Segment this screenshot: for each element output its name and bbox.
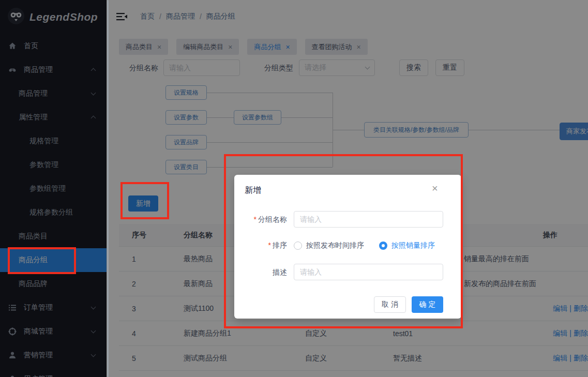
cancel-button[interactable]: 取 消 — [374, 296, 406, 313]
add-group-modal: 新增 × *分组名称 *排序 按照发布时间排序 按照销量排序 描述 取 消 确 … — [234, 175, 461, 319]
desc-field-label: 描述 — [234, 264, 287, 280]
confirm-button[interactable]: 确 定 — [412, 296, 443, 313]
sidebar-scrollbar-thumb[interactable] — [107, 0, 109, 377]
group-name-field-label: *分组名称 — [234, 211, 287, 228]
radio-unselected-icon — [294, 242, 302, 250]
radio-sort-by-time[interactable]: 按照发布时间排序 — [294, 241, 364, 250]
app-window: LegendShop 首页 商品管理 商品管理 属性管理 规格管理 参数管理 参… — [0, 0, 588, 377]
modal-title: 新增 — [245, 185, 261, 196]
radio-sort-by-sales[interactable]: 按照销量排序 — [379, 241, 435, 250]
radio-selected-icon — [379, 242, 387, 250]
modal-group-name-input[interactable] — [294, 211, 443, 228]
close-icon[interactable]: × — [432, 183, 438, 194]
modal-desc-input[interactable] — [294, 264, 443, 280]
sort-field-label: *排序 — [234, 237, 287, 253]
